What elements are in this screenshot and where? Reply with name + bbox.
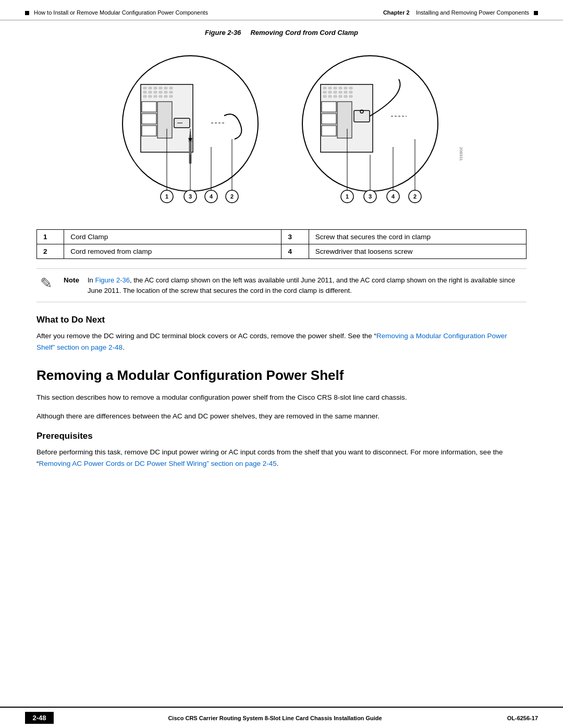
footer-doc-id: OL-6256-17 [496,715,538,721]
svg-rect-60 [339,95,342,97]
what-to-do-next-heading: What to Do Next [36,315,527,325]
removing-section-para1: This section describes how to remove a m… [36,392,527,403]
removing-section-para2: Although there are differences between t… [36,411,527,422]
svg-rect-48 [339,87,342,89]
header-breadcrumb: How to Install or Remove Modular Configu… [25,9,208,16]
svg-rect-63 [322,102,336,112]
callout-num-4: 4 [282,244,309,259]
svg-rect-57 [323,95,326,97]
svg-text:1: 1 [165,193,168,200]
svg-rect-7 [164,87,167,89]
svg-text:2: 2 [413,193,417,200]
svg-rect-45 [323,87,326,89]
figure-svg: 1 3 4 2 [99,43,464,220]
svg-rect-55 [344,91,347,93]
svg-rect-54 [339,91,342,93]
figure-caption: Figure 2-36 Removing Cord from Cord Clam… [36,29,527,36]
svg-rect-21 [142,102,156,112]
svg-rect-56 [349,91,352,93]
footer-center-text: Cisco CRS Carrier Routing System 8-Slot … [54,715,496,721]
svg-rect-22 [142,114,156,124]
svg-rect-16 [149,95,152,97]
svg-rect-4 [149,87,152,89]
svg-rect-24 [157,102,172,138]
svg-rect-67 [354,110,370,122]
table-row: 2 Cord removed from clamp 4 Screwdriver … [37,244,527,259]
svg-rect-64 [322,114,336,124]
note-label: Note [64,276,82,284]
svg-text:2: 2 [230,193,234,200]
svg-rect-9 [143,91,146,93]
figure-diagram: 1 3 4 2 [36,43,527,220]
svg-rect-58 [328,95,332,97]
svg-rect-59 [334,95,337,97]
prerequisites-body: Before performing this task, remove DC i… [36,447,527,469]
svg-rect-46 [328,87,332,89]
svg-rect-17 [154,95,157,97]
svg-rect-8 [169,87,173,89]
main-content: Figure 2-36 Removing Cord from Cord Clam… [0,20,563,487]
svg-rect-20 [169,95,173,97]
svg-rect-6 [159,87,162,89]
svg-rect-13 [164,91,167,93]
table-row: 1 Cord Clamp 3 Screw that secures the co… [37,230,527,244]
callout-num-3: 3 [282,230,309,244]
callout-label-3: Screw that secures the cord in clamp [309,230,526,244]
callout-num-1: 1 [37,230,64,244]
svg-rect-53 [334,91,337,93]
callout-label-2: Cord removed from clamp [64,244,282,259]
svg-rect-19 [164,95,167,97]
svg-rect-18 [159,95,162,97]
what-to-do-next-body: After you remove the DC wiring and DC te… [36,330,527,353]
svg-rect-14 [169,91,173,93]
note-box: ✎ Note In Figure 2-36, the AC cord clamp… [36,268,527,302]
svg-text:1: 1 [346,193,349,200]
page-footer: 2-48 Cisco CRS Carrier Routing System 8-… [0,707,563,728]
callout-label-4: Screwdriver that loosens screw [309,244,526,259]
removing-section-heading: Removing a Modular Configuration Power S… [36,367,527,384]
svg-rect-11 [154,91,157,93]
svg-text:4: 4 [391,193,395,200]
svg-text:4: 4 [210,193,213,200]
svg-rect-47 [334,87,337,89]
svg-rect-49 [344,87,347,89]
prerequisites-link[interactable]: Removing AC Power Cords or DC Power Shel… [39,460,277,467]
svg-text:3: 3 [369,193,372,200]
svg-text:208331: 208331 [459,147,463,161]
svg-rect-15 [143,95,146,97]
note-pencil-icon: ✎ [36,276,55,291]
svg-rect-10 [149,91,152,93]
header-chapter-info: Chapter 2 Installing and Removing Power … [383,9,538,16]
svg-rect-66 [337,102,352,138]
svg-rect-3 [143,87,146,89]
svg-rect-62 [349,95,352,97]
callout-label-1: Cord Clamp [64,230,282,244]
svg-rect-65 [322,126,336,136]
svg-rect-51 [323,91,326,93]
svg-text:3: 3 [189,193,192,200]
note-figure-link[interactable]: Figure 2-36 [95,276,129,284]
svg-rect-23 [142,126,156,136]
note-text: In Figure 2-36, the AC cord clamp shown … [88,275,527,295]
svg-rect-52 [328,91,332,93]
callout-num-2: 2 [37,244,64,259]
svg-rect-50 [349,87,352,89]
svg-rect-12 [159,91,162,93]
header-pipe-icon [534,11,538,15]
callout-table: 1 Cord Clamp 3 Screw that secures the co… [36,229,527,259]
page-number: 2-48 [25,712,54,724]
svg-rect-61 [344,95,347,97]
svg-rect-5 [154,87,157,89]
prerequisites-heading: Prerequisites [36,431,527,441]
page-header: How to Install or Remove Modular Configu… [0,0,563,20]
